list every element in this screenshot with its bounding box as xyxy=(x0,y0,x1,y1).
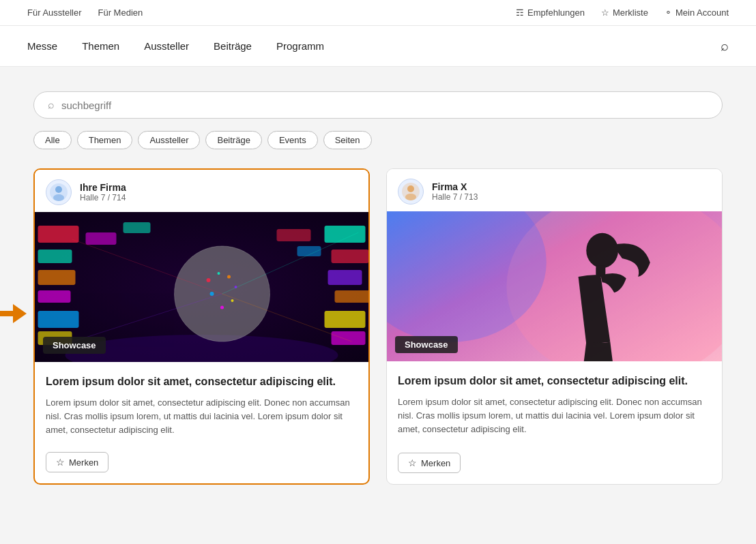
filter-alle[interactable]: Alle xyxy=(33,131,72,149)
card-2-merken-star-icon: ☆ xyxy=(408,457,417,468)
svg-point-30 xyxy=(220,306,224,309)
account-icon: ⚬ xyxy=(665,7,672,18)
content-area: ⌕ Alle Themen Aussteller Beiträge Events… xyxy=(20,67,736,526)
card-1-title: Lorem ipsum dolor sit amet, consectetur … xyxy=(46,374,358,389)
empfehlungen-label: Empfehlungen xyxy=(527,7,585,18)
svg-rect-19 xyxy=(332,331,366,345)
card-1-footer: ☆ Merken xyxy=(35,444,368,483)
svg-point-29 xyxy=(231,299,234,302)
arrow-body xyxy=(0,311,13,316)
card-2-company-hall: Halle 7 / 713 xyxy=(432,192,478,202)
card-1-company-name: Ihre Firma xyxy=(80,182,126,193)
topbar-account[interactable]: ⚬ Mein Account xyxy=(665,7,729,18)
svg-point-28 xyxy=(210,292,214,296)
card-2: Firma X Halle 7 / 713 xyxy=(386,168,723,485)
nav-messe[interactable]: Messe xyxy=(27,40,57,52)
svg-point-26 xyxy=(227,275,231,279)
search-bar: ⌕ xyxy=(33,91,723,119)
topbar-right: ☶ Empfehlungen ☆ Merkliste ⚬ Mein Accoun… xyxy=(516,7,729,18)
card-2-merken-button[interactable]: ☆ Merken xyxy=(398,453,461,473)
svg-point-36 xyxy=(407,185,414,192)
filter-pills: Alle Themen Aussteller Beiträge Events S… xyxy=(33,131,723,149)
svg-rect-15 xyxy=(332,250,369,263)
svg-point-37 xyxy=(405,194,416,200)
nav-links: Messe Themen Aussteller Beiträge Program… xyxy=(27,40,324,52)
svg-rect-22 xyxy=(277,229,311,241)
nav-aussteller[interactable]: Aussteller xyxy=(144,40,189,52)
svg-rect-12 xyxy=(38,311,79,328)
topbar-fuer-medien[interactable]: Für Medien xyxy=(98,7,143,18)
arrow-pointer xyxy=(0,304,27,323)
svg-rect-10 xyxy=(38,270,76,285)
svg-point-24 xyxy=(207,278,211,282)
card-1-company-hall: Halle 7 / 714 xyxy=(80,193,126,202)
card-1-logo xyxy=(46,179,72,205)
svg-rect-17 xyxy=(335,290,369,303)
svg-point-2 xyxy=(53,194,64,201)
svg-point-25 xyxy=(218,272,220,275)
arrow-head xyxy=(13,304,27,323)
card-1-company-info: Ihre Firma Halle 7 / 714 xyxy=(80,182,126,202)
search-input[interactable] xyxy=(61,100,708,111)
card-2-company-name: Firma X xyxy=(432,181,478,192)
card-1: Ihre Firma Halle 7 / 714 xyxy=(33,168,370,485)
card-2-text: Lorem ipsum dolor sit amet, consectetur … xyxy=(398,395,711,436)
card-2-showcase-badge: Showcase xyxy=(395,336,458,353)
filter-events[interactable]: Events xyxy=(267,131,318,149)
card-2-footer: ☆ Merken xyxy=(387,444,722,484)
topbar: Für Aussteller Für Medien ☶ Empfehlungen… xyxy=(0,0,756,26)
search-bar-icon: ⌕ xyxy=(48,99,55,111)
merkliste-icon: ☆ xyxy=(601,7,609,18)
filter-beitraege[interactable]: Beiträge xyxy=(205,131,261,149)
card-2-logo xyxy=(398,179,424,205)
nav-beitraege[interactable]: Beiträge xyxy=(214,40,252,52)
svg-rect-14 xyxy=(325,226,366,243)
svg-point-1 xyxy=(55,186,62,193)
svg-rect-11 xyxy=(38,290,71,303)
card-1-header: Ihre Firma Halle 7 / 714 xyxy=(35,170,368,212)
card-2-company-info: Firma X Halle 7 / 713 xyxy=(432,181,478,202)
card-1-merken-label: Merken xyxy=(69,457,98,468)
svg-point-41 xyxy=(586,233,618,268)
nav-programm[interactable]: Programm xyxy=(276,40,324,52)
filter-aussteller[interactable]: Aussteller xyxy=(138,131,200,149)
cards-grid: Ihre Firma Halle 7 / 714 xyxy=(33,168,723,485)
topbar-fuer-aussteller[interactable]: Für Aussteller xyxy=(27,7,81,18)
card-2-body: Lorem ipsum dolor sit amet, consectetur … xyxy=(387,361,722,444)
svg-rect-8 xyxy=(38,226,79,243)
svg-rect-9 xyxy=(38,250,72,263)
card-2-header: Firma X Halle 7 / 713 xyxy=(387,169,722,211)
empfehlungen-icon: ☶ xyxy=(516,7,524,18)
navbar-search-icon[interactable]: ⌕ xyxy=(721,38,729,54)
card-1-body: Lorem ipsum dolor sit amet, consectetur … xyxy=(35,362,368,444)
card-1-merken-star-icon: ☆ xyxy=(56,457,65,468)
card-2-image: Showcase xyxy=(387,211,722,361)
card-1-image: Showcase xyxy=(35,212,368,362)
topbar-empfehlungen[interactable]: ☶ Empfehlungen xyxy=(516,7,585,18)
card-2-title: Lorem ipsum dolor sit amet, consectetur … xyxy=(398,374,711,389)
filter-seiten[interactable]: Seiten xyxy=(323,131,372,149)
merkliste-label: Merkliste xyxy=(613,7,648,18)
card-1-merken-button[interactable]: ☆ Merken xyxy=(46,452,108,472)
svg-rect-18 xyxy=(325,311,366,328)
topbar-merkliste[interactable]: ☆ Merkliste xyxy=(601,7,648,18)
account-label: Mein Account xyxy=(675,7,729,18)
svg-rect-16 xyxy=(328,270,362,285)
card-1-showcase-badge: Showcase xyxy=(43,337,106,354)
card-2-merken-label: Merken xyxy=(421,458,450,468)
topbar-left: Für Aussteller Für Medien xyxy=(27,7,143,18)
card-1-text: Lorem ipsum dolor sit amet, consectetur … xyxy=(46,396,358,437)
nav-themen[interactable]: Themen xyxy=(82,40,119,52)
svg-rect-20 xyxy=(86,232,117,245)
filter-themen[interactable]: Themen xyxy=(77,131,133,149)
svg-rect-21 xyxy=(123,222,151,233)
navbar: Messe Themen Aussteller Beiträge Program… xyxy=(0,26,756,67)
